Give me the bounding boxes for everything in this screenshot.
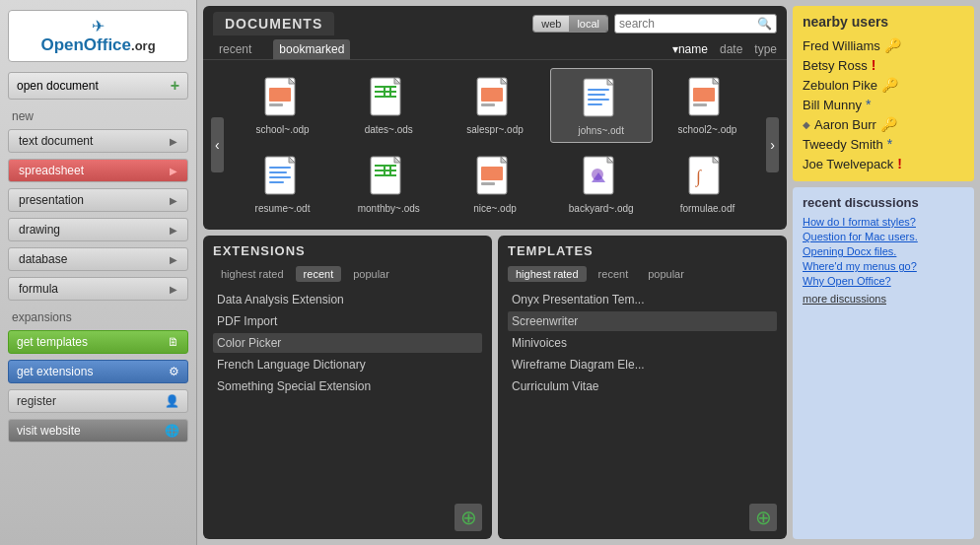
file-item[interactable]: johns~.odt: [550, 68, 653, 143]
svg-rect-37: [389, 165, 391, 176]
discussion-link[interactable]: Where'd my menus go?: [803, 260, 964, 272]
register-label: register: [17, 394, 56, 408]
prev-page-button[interactable]: ‹: [211, 117, 224, 172]
get-templates-button[interactable]: get templates 🗎: [8, 330, 188, 354]
discussion-link[interactable]: How do I format styles?: [803, 216, 964, 228]
list-item[interactable]: Onyx Presentation Tem...: [508, 290, 777, 309]
sort-by-type[interactable]: type: [754, 42, 777, 56]
user-status-icon: *: [887, 136, 892, 152]
svg-rect-10: [389, 86, 391, 98]
extensions-panel: EXTENSIONS highest rated recent popular …: [203, 236, 492, 539]
svg-rect-18: [588, 94, 605, 96]
user-row: Tweedy Smith *: [803, 134, 964, 154]
file-icon-draw: [578, 153, 625, 200]
file-item[interactable]: backyard~.odg: [550, 147, 653, 222]
open-document-label: open document: [17, 79, 99, 93]
file-item[interactable]: ∫ formulae.odf: [657, 147, 759, 222]
user-name: Joe Twelvepack: [803, 157, 893, 171]
list-item[interactable]: Minivoices: [508, 333, 777, 353]
svg-rect-30: [269, 181, 284, 183]
web-local-toggle: web local: [532, 15, 608, 33]
svg-rect-27: [269, 167, 291, 169]
user-name: Bill Munny: [803, 98, 862, 112]
web-button[interactable]: web: [533, 16, 569, 32]
logo-bird: ✈: [17, 17, 179, 35]
list-item[interactable]: Something Special Extension: [213, 376, 482, 396]
new-presentation-arrow: ▶: [170, 195, 177, 206]
search-icon: 🔍: [757, 17, 772, 31]
sort-by-name[interactable]: ▾name: [672, 42, 708, 56]
recent-tab[interactable]: recent: [213, 39, 257, 59]
user-name: Fred Williams: [803, 38, 880, 53]
file-item[interactable]: salespr~.odp: [444, 68, 546, 143]
discussion-link[interactable]: Why Open Office?: [803, 275, 964, 287]
file-item[interactable]: resume~.odt: [232, 147, 334, 222]
templates-list: Onyx Presentation Tem... Screenwriter Mi…: [508, 290, 777, 500]
new-spreadsheet-label: spreadsheet: [19, 164, 84, 177]
list-item[interactable]: Data Analysis Extension: [213, 290, 482, 309]
bookmarked-tab[interactable]: bookmarked: [273, 39, 350, 59]
templates-popular-tab[interactable]: popular: [640, 266, 692, 282]
add-extension-button[interactable]: ⊕: [455, 504, 482, 531]
new-drawing-button[interactable]: drawing ▶: [8, 218, 188, 241]
discussions-title: recent discussions: [803, 195, 964, 210]
get-templates-icon: 🗎: [168, 335, 179, 349]
extensions-footer: ⊕: [213, 504, 482, 531]
search-input[interactable]: [619, 17, 757, 31]
file-icon-impress: [683, 74, 731, 121]
file-name: nice~.odp: [473, 203, 517, 214]
visit-website-icon: 🌐: [165, 424, 179, 438]
list-item[interactable]: Color Picker: [213, 333, 482, 353]
list-item[interactable]: French Language Dictionary: [213, 355, 482, 375]
sort-options: ▾name date type: [672, 42, 777, 56]
new-database-button[interactable]: database ▶: [8, 247, 188, 271]
extensions-recent-tab[interactable]: recent: [296, 266, 342, 282]
visit-website-label: visit website: [17, 424, 81, 438]
open-document-button[interactable]: open document +: [8, 72, 188, 100]
list-item[interactable]: Screenwriter: [508, 311, 777, 331]
new-database-arrow: ▶: [170, 254, 177, 265]
file-item[interactable]: monthby~.ods: [337, 147, 440, 222]
templates-highest-rated-tab[interactable]: highest rated: [508, 266, 587, 282]
add-template-button[interactable]: ⊕: [749, 504, 777, 531]
get-templates-label: get templates: [17, 335, 88, 349]
more-discussions-link[interactable]: more discussions: [803, 293, 964, 305]
visit-website-button[interactable]: visit website 🌐: [8, 419, 188, 443]
new-text-document-arrow: ▶: [170, 136, 177, 147]
new-spreadsheet-button[interactable]: spreadsheet ▶: [8, 159, 188, 182]
templates-recent-tab[interactable]: recent: [591, 266, 637, 282]
file-item[interactable]: school~.odp: [232, 68, 334, 143]
new-spreadsheet-arrow: ▶: [170, 166, 177, 176]
discussion-link[interactable]: Question for Mac users.: [803, 231, 964, 242]
sort-by-date[interactable]: date: [720, 42, 742, 56]
new-drawing-label: drawing: [19, 223, 60, 237]
user-row: ◆ Aaron Burr 🔑: [803, 114, 964, 134]
discussion-link[interactable]: Opening Docx files.: [803, 245, 964, 257]
svg-rect-36: [384, 165, 385, 176]
new-section-label: new: [8, 109, 188, 123]
list-item[interactable]: Wireframe Diagram Ele...: [508, 355, 777, 375]
get-extensions-button[interactable]: get extensions ⚙: [8, 360, 188, 383]
nearby-users-panel: nearby users Fred Williams 🔑 Betsy Ross …: [793, 6, 974, 181]
list-item[interactable]: PDF Import: [213, 311, 482, 331]
file-icon-calc: [365, 153, 412, 200]
file-name: school~.odp: [255, 124, 309, 135]
new-formula-button[interactable]: formula ▶: [8, 277, 188, 301]
file-item[interactable]: nice~.odp: [444, 147, 546, 222]
extensions-popular-tab[interactable]: popular: [345, 266, 397, 282]
templates-footer: ⊕: [508, 504, 777, 531]
list-item[interactable]: Curriculum Vitae: [508, 376, 777, 396]
extensions-title: EXTENSIONS: [213, 243, 482, 258]
local-button[interactable]: local: [569, 16, 607, 32]
get-extensions-label: get extensions: [17, 365, 93, 378]
new-database-label: database: [19, 252, 67, 266]
next-page-button[interactable]: ›: [766, 117, 779, 172]
svg-rect-41: [481, 182, 495, 185]
file-item[interactable]: school2~.odp: [657, 68, 759, 143]
svg-rect-13: [481, 88, 503, 102]
new-presentation-button[interactable]: presentation ▶: [8, 188, 188, 212]
new-text-document-button[interactable]: text document ▶: [8, 129, 188, 153]
file-item[interactable]: dates~.ods: [337, 68, 440, 143]
register-button[interactable]: register 👤: [8, 389, 188, 413]
extensions-highest-rated-tab[interactable]: highest rated: [213, 266, 292, 282]
